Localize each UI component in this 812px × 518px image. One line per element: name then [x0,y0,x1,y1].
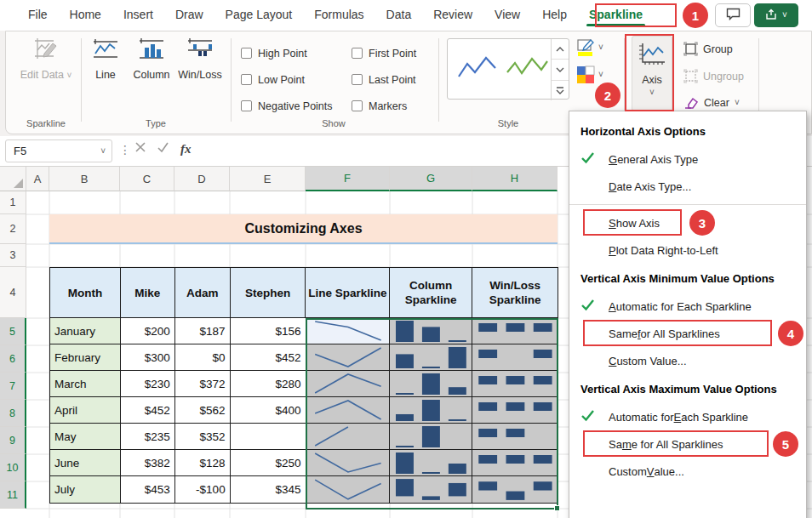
checkbox-markers[interactable]: Markers [352,93,462,119]
comments-button[interactable] [715,3,751,27]
checkbox-negative-points[interactable]: Negative Points [241,93,352,119]
clear-button[interactable]: Clear ˅ [683,96,740,110]
value-cell[interactable]: $280 [231,371,306,397]
menu-item-same-for-all-sparklines[interactable]: Same for All Sparklines4 [569,320,806,347]
line-sparkline-cell[interactable] [306,476,391,503]
tab-help[interactable]: Help [531,0,578,28]
line-sparkline-cell[interactable] [306,371,391,397]
table-header-win-loss-sparkline[interactable]: Win/Loss Sparkline [472,268,558,318]
line-sparkline-cell[interactable] [306,424,391,450]
row-header-4[interactable]: 4 [0,267,26,318]
column-header-h[interactable]: H [472,167,558,191]
axis-button[interactable]: Axis ˅ [632,36,672,111]
month-cell-april[interactable]: April [50,397,121,424]
column-sparkline-cell[interactable] [390,318,472,344]
row-header-10[interactable]: 10 [0,454,26,481]
column-sparkline-button[interactable]: Column [127,37,176,82]
value-cell[interactable]: $156 [231,318,306,344]
table-header-column-sparkline[interactable]: Column Sparkline [390,268,472,318]
menu-item-same-for-all-sparklines[interactable]: Same for All Sparklines5 [569,430,806,458]
style-gallery-more-button[interactable] [552,81,569,100]
table-header-stephen[interactable]: Stephen [231,268,306,318]
checkbox-box-first-point[interactable] [352,48,363,59]
value-cell[interactable]: $562 [175,397,231,424]
checkbox-box-last-point[interactable] [352,74,363,85]
edit-data-button[interactable]: Edit Data ˅ [18,37,74,82]
tab-home[interactable]: Home [59,0,112,28]
tab-view[interactable]: View [483,0,531,28]
value-cell[interactable]: $452 [121,397,175,424]
tab-page-layout[interactable]: Page Layout [214,0,304,28]
row-header-5[interactable]: 5 [0,318,26,345]
value-cell[interactable]: $452 [231,344,306,371]
menu-item-automatic-for-each-sparkline[interactable]: Automatic for Each Sparkline [569,293,806,320]
winloss-sparkline-cell[interactable] [472,344,558,371]
table-header-adam[interactable]: Adam [175,268,231,318]
line-sparkline-cell[interactable] [306,450,391,476]
table-header-month[interactable]: Month [50,268,121,318]
value-cell[interactable]: -$100 [175,476,231,503]
month-cell-july[interactable]: July [50,476,121,503]
sparkline-color-button[interactable]: ˅ [576,38,603,57]
menu-item-date-axis-type[interactable]: Date Axis Type... [569,173,806,200]
winloss-sparkline-cell[interactable] [472,424,558,450]
row-header-11[interactable]: 11 [0,481,26,509]
line-sparkline-cell[interactable] [306,344,391,371]
month-cell-february[interactable]: February [50,344,121,371]
value-cell[interactable]: $400 [231,397,306,424]
month-cell-june[interactable]: June [50,450,121,476]
line-sparkline-button[interactable]: Line [88,37,123,82]
column-sparkline-cell[interactable] [390,424,472,450]
tab-file[interactable]: File [17,0,59,28]
value-cell[interactable]: $453 [121,476,175,503]
style-preview-green[interactable] [504,44,552,94]
row-header-7[interactable]: 7 [0,373,26,400]
menu-item-automatic-for-each-sparkline[interactable]: Automatic for Each Sparkline [569,403,806,430]
winloss-sparkline-cell[interactable] [472,450,558,476]
value-cell[interactable]: $187 [175,318,231,344]
column-sparkline-cell[interactable] [390,397,472,424]
group-button[interactable]: Group [683,42,733,56]
column-header-d[interactable]: D [174,167,230,191]
month-cell-march[interactable]: March [50,371,121,397]
value-cell[interactable]: $372 [175,371,231,397]
style-preview-blue[interactable] [455,44,502,94]
checkbox-box-negative-points[interactable] [241,100,252,111]
winloss-sparkline-cell[interactable] [472,371,558,397]
row-header-1[interactable]: 1 [0,191,26,214]
marker-color-button[interactable]: ˅ [576,65,603,84]
column-header-c[interactable]: C [120,167,174,191]
checkbox-box-high-point[interactable] [241,48,252,59]
sparkline-style-gallery[interactable] [447,38,569,100]
winloss-sparkline-cell[interactable] [472,318,558,344]
value-cell[interactable]: $250 [231,450,306,476]
value-cell[interactable]: $352 [175,424,231,450]
row-header-8[interactable]: 8 [0,400,26,427]
formula-bar-handle[interactable]: ⋮ [119,143,131,157]
checkbox-high-point[interactable]: High Point [241,40,352,66]
menu-item-show-axis[interactable]: Show Axis3 [569,209,806,236]
checkbox-box-low-point[interactable] [241,74,252,85]
value-cell[interactable]: $0 [175,344,231,371]
row-header-9[interactable]: 9 [0,427,26,454]
tab-draw[interactable]: Draw [164,0,214,28]
column-sparkline-cell[interactable] [390,476,472,503]
select-all-corner[interactable] [0,167,26,191]
row-header-3[interactable]: 3 [0,244,26,267]
name-box[interactable]: F5 ˅ [5,139,112,162]
checkbox-box-markers[interactable] [352,100,363,111]
column-sparkline-cell[interactable] [390,450,472,476]
enter-check-icon[interactable] [157,141,169,157]
tab-insert[interactable]: Insert [112,0,164,28]
menu-item-custom-value[interactable]: Custom Value... [569,347,806,374]
checkbox-low-point[interactable]: Low Point [241,66,352,93]
menu-item-custom-value[interactable]: Custom Value... [569,458,806,485]
winloss-sparkline-button[interactable]: Win/Loss [180,37,220,82]
column-sparkline-cell[interactable] [390,344,472,371]
menu-item-general-axis-type[interactable]: General Axis Type [569,145,806,173]
line-sparkline-cell[interactable] [306,318,391,344]
winloss-sparkline-cell[interactable] [472,397,558,424]
row-header-2[interactable]: 2 [0,214,26,244]
table-header-line-sparkline[interactable]: Line Sparkline [306,268,390,318]
tab-formulas[interactable]: Formulas [303,0,375,28]
